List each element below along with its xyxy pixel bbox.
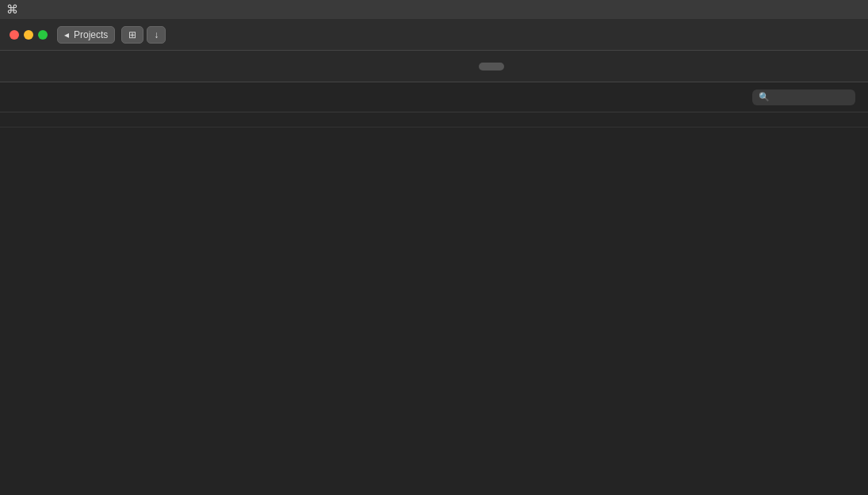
chevron-left-icon: ◂	[64, 29, 69, 40]
tab-backgrounds[interactable]	[450, 63, 476, 70]
sort-button[interactable]: ↓	[147, 26, 166, 44]
menu-bar: ⌘	[0, 0, 868, 19]
grid-view-button[interactable]: ⊞	[121, 26, 143, 44]
title-bar: ◂ Projects ⊞ ↓	[0, 19, 868, 51]
tab-my-media[interactable]	[365, 63, 390, 70]
fullscreen-button[interactable]	[38, 30, 48, 40]
tab-bar	[0, 51, 868, 82]
apple-logo[interactable]: ⌘	[6, 2, 18, 17]
main-content	[0, 112, 868, 495]
transitions-grid	[0, 128, 868, 147]
section-label	[0, 112, 868, 128]
minimize-button[interactable]	[24, 30, 33, 40]
tab-audio[interactable]	[393, 63, 419, 70]
search-icon: 🔍	[759, 92, 770, 102]
tab-titles[interactable]	[422, 63, 447, 70]
search-input[interactable]	[774, 92, 845, 103]
close-button[interactable]	[10, 30, 19, 40]
search-box[interactable]: 🔍	[752, 89, 855, 105]
content-header: 🔍	[0, 82, 868, 112]
projects-button[interactable]: ◂ Projects	[57, 26, 115, 44]
traffic-lights	[10, 30, 48, 40]
tab-transitions[interactable]	[479, 63, 504, 70]
